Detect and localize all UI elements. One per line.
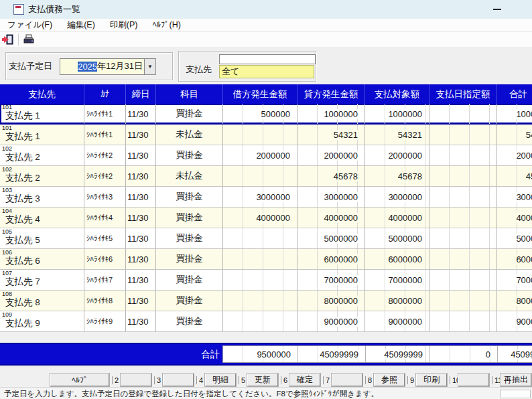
totals-amounts: 9500000 45099999 45099999 0 45099999 <box>222 345 532 363</box>
payment-due-date-label: 支払予定日 <box>9 60 60 72</box>
table-row[interactable]: 104 支払先 4 ｼﾊﾗｲｻｷ4 11/30 買掛金 4000000 4000… <box>0 208 532 228</box>
table-row[interactable]: 103 支払先 3 ｼﾊﾗｲｻｷ3 11/30 買掛金 3000000 3000… <box>0 187 532 208</box>
cell-closing-day: 11/30 <box>125 187 155 207</box>
menu-print[interactable]: 印刷(P) <box>103 19 145 31</box>
table-row[interactable]: 102 支払先 2 ｼﾊﾗｲｻｷ2 11/30 買掛金 2000000 2000… <box>0 145 532 166</box>
debit-value: 2000000 <box>255 151 291 161</box>
cell-kana: ｼﾊﾗｲｻｷ6 <box>84 249 125 269</box>
target-value: 1000000 <box>387 109 423 119</box>
menu-edit[interactable]: 編集(E) <box>60 19 103 31</box>
function-key-number: 6 <box>281 376 289 384</box>
exit-icon <box>2 34 14 45</box>
cell-row-total: 3000000 <box>496 187 532 207</box>
cell-designated-amount <box>429 311 496 331</box>
cell-credit-amount: 7000000 <box>297 270 364 290</box>
cell-credit-amount: 54321 <box>297 125 364 145</box>
function-key-group: 9 印刷 <box>407 374 447 386</box>
payee-filter-group: 支払先 全て <box>178 51 316 82</box>
function-key-button[interactable] <box>121 374 151 386</box>
payment-due-date-value[interactable]: 2025年12月31日 <box>60 58 144 75</box>
table-row[interactable]: 108 支払先 8 ｼﾊﾗｲｻｷ8 11/30 買掛金 8000000 8000… <box>0 291 532 311</box>
cell-payment-target-amount: 5000000 <box>364 228 429 248</box>
credit-value: 4000000 <box>322 213 359 223</box>
cell-debit-amount <box>222 311 297 331</box>
cell-designated-amount <box>429 208 496 228</box>
cell-credit-amount: 4000000 <box>297 208 364 228</box>
function-key-number: 2 <box>112 376 121 384</box>
cell-credit-amount: 5000000 <box>297 228 364 248</box>
function-key-group: ﾍﾙﾌﾟ <box>50 374 109 386</box>
table-row[interactable]: 106 支払先 6 ｼﾊﾗｲｻｷ6 11/30 買掛金 6000000 6000… <box>0 249 532 270</box>
table-row[interactable]: 101 支払先 1 ｼﾊﾗｲｻｷ1 11/30 買掛金 500000 10000… <box>0 104 532 125</box>
cell-payment-target-amount: 4000000 <box>364 208 429 228</box>
target-value: 45678 <box>397 171 423 181</box>
cell-debit-amount: 3000000 <box>222 187 297 207</box>
print-button[interactable] <box>21 32 37 46</box>
menu-help[interactable]: ﾍﾙﾌﾟ(H) <box>145 20 188 29</box>
grid-header-row: 支払先 ｶﾅ 締日 科目 借方発生金額 貸方発生金額 支払対象額 支払日指定額 … <box>0 84 532 104</box>
table-row[interactable]: 102 支払先 2 ｼﾊﾗｲｻｷ2 11/30 未払金 45678 45678 … <box>0 166 532 187</box>
minimize-button[interactable] <box>489 7 498 12</box>
row-total-value: 2000000 <box>515 151 532 161</box>
function-key-bar: ﾍﾙﾌﾟ 2 3 4 明細 5 更新 6 確定 7 8 参照 9 印刷 10 1… <box>50 373 532 387</box>
function-key-button[interactable]: 参照 <box>374 374 405 386</box>
exit-button[interactable] <box>0 32 16 46</box>
function-key-button[interactable] <box>163 374 194 386</box>
function-key-button[interactable]: 明細 <box>205 374 236 386</box>
payment-due-date-combobox[interactable]: 2025年12月31日 ▼ <box>60 58 156 75</box>
payment-due-date-group: 支払予定日 2025年12月31日 ▼ <box>5 52 173 80</box>
debit-value: 3000000 <box>255 192 291 202</box>
function-key-group: 8 参照 <box>365 374 405 386</box>
credit-value: 5000000 <box>322 234 359 244</box>
total-credit: 45099999 <box>297 346 365 362</box>
cell-debit-amount <box>222 291 297 311</box>
table-row[interactable]: 101 支払先 1 ｼﾊﾗｲｻｷ1 11/30 未払金 54321 54321 … <box>0 125 532 145</box>
grid-body: 101 支払先 1 ｼﾊﾗｲｻｷ1 11/30 買掛金 500000 10000… <box>0 104 532 332</box>
cell-payment-target-amount: 9000000 <box>364 311 429 331</box>
payment-due-date-dropdown-button[interactable]: ▼ <box>144 58 156 75</box>
row-total-value: 4000000 <box>515 213 532 223</box>
payee-name: 支払先 8 <box>5 297 40 309</box>
payee-selected-value[interactable]: 全て <box>219 65 314 78</box>
function-key-button[interactable]: 更新 <box>247 374 278 386</box>
col-header-credit-amount: 貸方発生金額 <box>297 84 364 104</box>
payee-filter-label: 支払先 <box>186 64 212 76</box>
function-key-number: 11 <box>492 376 501 384</box>
cell-debit-amount <box>222 166 297 186</box>
cell-account: 買掛金 <box>155 270 222 290</box>
function-key-button[interactable] <box>332 374 362 386</box>
payee-search-input[interactable] <box>219 54 316 64</box>
cell-designated-amount <box>429 249 496 269</box>
target-value: 9000000 <box>387 317 423 327</box>
function-key-number: 4 <box>196 376 205 384</box>
cell-payment-target-amount: 1000000 <box>364 104 429 124</box>
table-row[interactable]: 105 支払先 5 ｼﾊﾗｲｻｷ5 11/30 買掛金 5000000 5000… <box>0 228 532 249</box>
cell-kana: ｼﾊﾗｲｻｷ7 <box>84 270 125 290</box>
function-key-button[interactable]: 印刷 <box>416 374 447 386</box>
total-payment-target: 45099999 <box>365 346 429 362</box>
menu-file[interactable]: ファイル(F) <box>0 19 60 31</box>
cell-closing-day: 11/30 <box>125 270 155 290</box>
cell-debit-amount: 500000 <box>222 104 297 124</box>
cell-debit-amount: 2000000 <box>222 145 297 165</box>
status-bar: 予定日を入力します。支払予定日の登録で登録した日付を指定してください。F8で参照… <box>0 387 532 399</box>
function-key-button[interactable] <box>458 374 489 386</box>
function-key-group: 6 確定 <box>281 374 320 386</box>
app-icon <box>13 4 24 15</box>
function-key-button[interactable]: 再抽出 <box>501 374 531 386</box>
cell-credit-amount: 45678 <box>297 166 364 186</box>
filter-bar: 支払予定日 2025年12月31日 ▼ 支払先 全て <box>0 47 532 84</box>
table-row[interactable]: 107 支払先 7 ｼﾊﾗｲｻｷ7 11/30 買掛金 7000000 7000… <box>0 270 532 291</box>
table-row[interactable]: 109 支払先 9 ｼﾊﾗｲｻｷ9 11/30 買掛金 9000000 9000… <box>0 311 532 332</box>
target-value: 54321 <box>397 130 423 140</box>
function-key-button[interactable]: ﾍﾙﾌﾟ <box>50 374 109 386</box>
target-value: 5000000 <box>387 234 423 244</box>
row-total-value: 3000000 <box>515 192 532 202</box>
function-key-button[interactable]: 確定 <box>289 374 320 386</box>
cell-payee: 101 支払先 1 <box>0 125 84 145</box>
cell-payee: 107 支払先 7 <box>0 270 84 290</box>
cell-credit-amount: 3000000 <box>297 187 364 207</box>
cell-account: 買掛金 <box>155 311 222 331</box>
cell-row-total: 45678 <box>496 166 532 186</box>
toolbar-separator <box>18 33 19 46</box>
